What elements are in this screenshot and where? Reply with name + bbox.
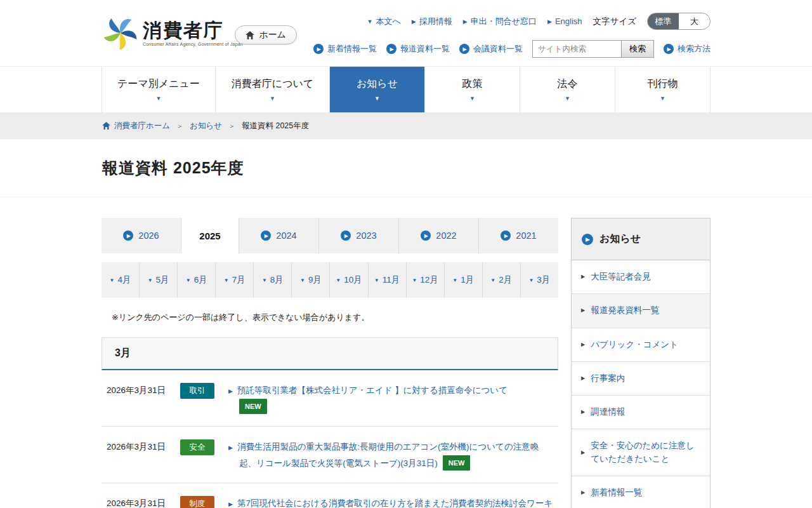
triangle-right-icon: ▶ [547,18,552,25]
year-tab-2024[interactable]: ▶ 2024 [239,218,319,253]
circle-arrow-icon: ▶ [501,231,511,241]
month-tab-9[interactable]: ▼9月 [292,262,330,298]
triangle-down-icon: ▼ [300,277,305,283]
nav-publications[interactable]: 刊行物 ▼ [615,67,710,112]
sidebar-item-public-comment[interactable]: ▶ パブリック・コメント [572,328,710,362]
skip-to-content-label: 本文へ [376,16,401,27]
chevron-down-icon: ▼ [660,95,665,102]
sidebar-item-events[interactable]: ▶ 行事案内 [572,362,710,396]
year-label: 2021 [516,231,536,241]
sidebar-item-label: パブリック・コメント [591,338,678,351]
nav-laws[interactable]: 法令 ▼ [520,67,615,112]
year-tab-2025-current: 2025 [181,218,239,253]
circle-arrow-icon: ▶ [261,231,271,241]
sidebar-title: お知らせ [599,232,641,246]
site-header: 消費者庁 Consumer Affairs Agency, Government… [0,0,812,66]
font-size-standard-button[interactable]: 標準 [648,13,679,29]
press-list-link[interactable]: ▶ 報道資料一覧 [386,43,450,55]
news-row: 2026年3月31日 安全 ▶消費生活用製品の重大製品事故:長期使用のエアコン(… [102,427,558,483]
sidebar-header: ▶ お知らせ [572,218,710,260]
month-tab-5[interactable]: ▼5月 [140,262,178,298]
news-body: ▶第7回現代社会における消費者取引の在り方を踏まえた消費者契約法検討会ワーキング… [228,496,556,508]
triangle-right-icon: ▶ [581,489,585,497]
home-button[interactable]: ホーム [235,25,297,44]
utility-links-top: ▼ 本文へ ▶ 採用情報 ▶ 申出・問合せ窓口 ▶ English 文字サイズ … [367,13,710,30]
year-tab-2021[interactable]: ▶ 2021 [479,218,558,253]
meeting-list-label: 会議資料一覧 [473,43,523,55]
nav-about-agency[interactable]: 消費者庁について ▼ [216,67,330,112]
site-logo[interactable]: 消費者庁 Consumer Affairs Agency, Government… [104,17,243,50]
breadcrumb-separator: ＞ [228,121,235,131]
search-input[interactable] [532,40,621,58]
month-label: 10月 [344,274,362,286]
english-link[interactable]: ▶ English [547,17,582,26]
search-button[interactable]: 検索 [621,40,654,58]
breadcrumb-home-label: 消費者庁ホーム [114,121,170,131]
chevron-down-icon: ▼ [374,95,380,102]
sidebar-item-procurement[interactable]: ▶ 調達情報 [572,396,710,429]
link-expiry-note: ※リンク先のページの一部は終了し、表示できない場合があります。 [112,312,558,323]
category-badge: 取引 [180,383,214,399]
sidebar-item-minister-press-conference[interactable]: ▶ 大臣等記者会見 [572,260,710,294]
news-link[interactable]: 預託等取引業者【株式会社リア・エイド 】に対する措置命令について [237,385,508,395]
new-info-list-link[interactable]: ▶ 新着情報一覧 [313,43,377,55]
skip-to-content-link[interactable]: ▼ 本文へ [367,16,401,27]
sidebar-item-label: 行事案内 [591,372,625,385]
circle-arrow-icon: ▶ [341,231,351,241]
triangle-down-icon: ▼ [110,277,115,283]
triangle-down-icon: ▼ [148,277,153,283]
sidebar-item-safety-attention[interactable]: ▶ 安全・安心のために注意していただきたいこと [572,429,710,476]
month-tab-8[interactable]: ▼8月 [254,262,292,298]
sidebar-item-new-info-list[interactable]: ▶ 新着情報一覧 [572,476,710,508]
year-tab-2026[interactable]: ▶ 2026 [102,218,181,253]
sidebar-item-label: 新着情報一覧 [591,486,642,499]
news-date: 2026年3月31日 [107,496,176,508]
circle-arrow-icon: ▶ [421,231,431,241]
news-link[interactable]: 第7回現代社会における消費者取引の在り方を踏まえた消費者契約法検討会ワーキンググ… [237,498,553,508]
nav-label: 刊行物 [648,77,678,91]
content-area: ▶ 2026 2025 ▶ 2024 ▶ 2023 ▶ 2022 ▶ 2021 [0,197,812,508]
press-list-label: 報道資料一覧 [400,43,450,55]
month-tab-2[interactable]: ▼2月 [483,262,521,298]
home-icon [102,122,110,130]
breadcrumb: 消費者庁ホーム ＞ お知らせ ＞ 報道資料 2025年度 [0,112,812,139]
sidebar-item-press-release-list[interactable]: ▶ 報道発表資料一覧 [572,294,710,328]
triangle-down-icon: ▼ [452,277,457,283]
recruit-label: 採用情報 [419,16,452,27]
month-tab-11[interactable]: ▼11月 [369,262,407,298]
triangle-down-icon: ▼ [374,277,379,283]
recruit-link[interactable]: ▶ 採用情報 [412,16,452,27]
triangle-down-icon: ▼ [336,277,341,283]
news-date: 2026年3月31日 [107,383,176,396]
month-tab-6[interactable]: ▼6月 [178,262,216,298]
year-tab-2023[interactable]: ▶ 2023 [319,218,399,253]
month-tab-3[interactable]: ▼3月 [521,262,558,298]
meeting-list-link[interactable]: ▶ 会議資料一覧 [459,43,523,55]
breadcrumb-home-link[interactable]: 消費者庁ホーム [102,121,170,131]
inquiry-link[interactable]: ▶ 申出・問合せ窓口 [463,16,537,27]
breadcrumb-news-link[interactable]: お知らせ [190,121,222,131]
triangle-down-icon: ▼ [224,277,229,283]
chevron-down-icon: ▼ [270,95,275,102]
month-tab-10[interactable]: ▼10月 [330,262,368,298]
font-size-toggle: 標準 大 [647,13,710,30]
font-size-large-button[interactable]: 大 [679,13,710,29]
month-tab-12[interactable]: ▼12月 [407,262,445,298]
news-link[interactable]: 消費生活用製品の重大製品事故:長期使用のエアコン(室外機)についての注意喚起、リ… [237,442,539,468]
month-tab-7[interactable]: ▼7月 [216,262,254,298]
search-help-link[interactable]: ▶ 検索方法 [664,43,710,55]
year-tab-2022[interactable]: ▶ 2022 [399,218,479,253]
nav-policy[interactable]: 政策 ▼ [425,67,520,112]
triangle-down-icon: ▼ [412,277,417,283]
month-label: 2月 [499,274,512,286]
utility-links-bottom: ▶ 新着情報一覧 ▶ 報道資料一覧 ▶ 会議資料一覧 検索 ▶ 検索方法 [313,40,710,58]
nav-theme-menu[interactable]: テーマ別メニュー ▼ [102,67,216,112]
triangle-down-icon: ▼ [367,18,373,25]
month-tab-4[interactable]: ▼4月 [102,262,140,298]
title-band: 報道資料 2025年度 [0,139,812,197]
circle-arrow-icon: ▶ [386,44,396,54]
triangle-right-icon: ▶ [463,18,468,25]
nav-news[interactable]: お知らせ ▼ [330,67,425,112]
month-tab-1[interactable]: ▼1月 [445,262,483,298]
circle-arrow-icon: ▶ [459,44,469,54]
